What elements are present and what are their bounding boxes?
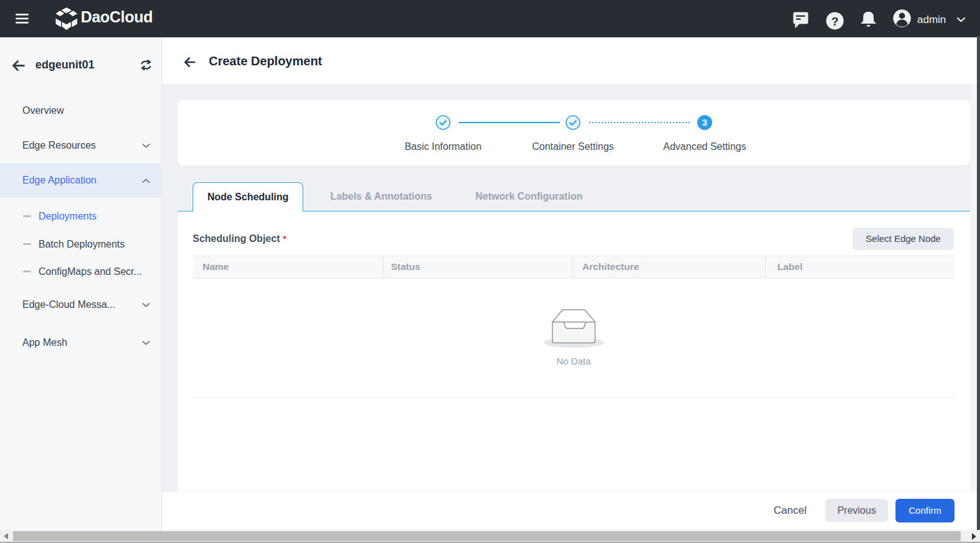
svg-text:?: ?: [831, 15, 839, 28]
